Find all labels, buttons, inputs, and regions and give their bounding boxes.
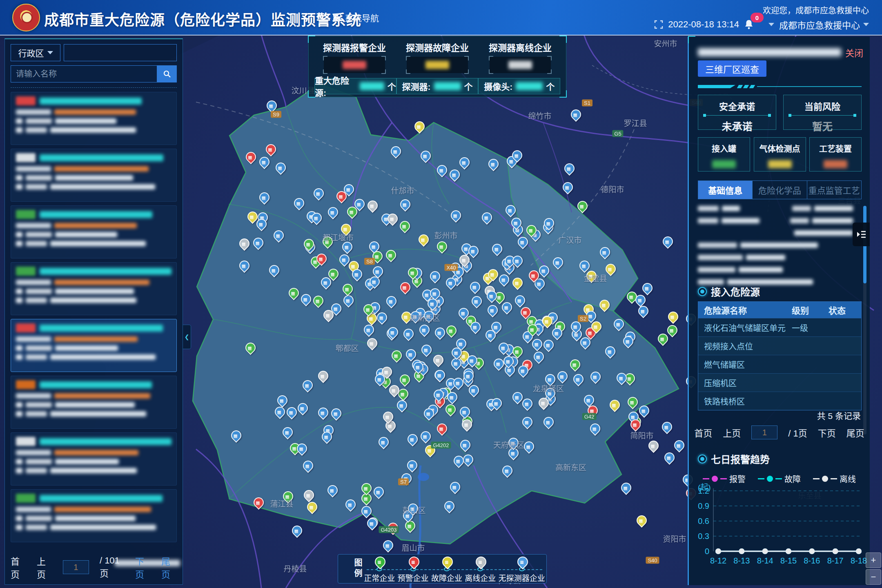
map-zoom-in-button[interactable]: +: [866, 552, 881, 568]
blurred-text: [54, 280, 149, 285]
map-place-label: 蒲江县: [270, 498, 293, 509]
sidebar-pagination: 首页 上页 / 101页 下页 尾页: [11, 554, 177, 580]
blurred-text: [40, 154, 163, 161]
pagination-last[interactable]: 尾页: [161, 554, 177, 580]
pagination-next[interactable]: 下页: [818, 426, 836, 439]
company-card[interactable]: [11, 262, 177, 315]
section-bullet-icon: [698, 287, 707, 296]
tab-重点监管工艺[interactable]: 重点监管工艺: [807, 181, 861, 199]
pagination-prev[interactable]: 上页: [37, 554, 52, 580]
search-button[interactable]: [157, 65, 177, 82]
map-place-label: 德阳市: [601, 183, 624, 194]
svg-text:0: 0: [705, 547, 709, 556]
pagination-total: / 101页: [100, 555, 125, 579]
region-filter-dropdown[interactable]: 行政区: [11, 44, 60, 61]
blurred-text: [16, 507, 51, 512]
road-shield-label: X40: [444, 264, 458, 271]
notification-bell[interactable]: 0: [744, 19, 764, 30]
blurred-text: [55, 289, 134, 294]
current-risk-box: 当前风险 暂无: [783, 95, 862, 130]
detail-tabs: 基础信息危险化学品重点监管工艺: [698, 180, 862, 199]
header-info-bar: 2022-08-18 13:14 0 成都市应急救援中心: [654, 18, 869, 31]
legend-label: 无探测器企业: [499, 572, 545, 583]
blurred-text: [698, 206, 719, 211]
blurred-text: [26, 345, 52, 351]
chart-y-unit: (起): [698, 481, 711, 492]
tab-危险化学品[interactable]: 危险化学品: [753, 181, 807, 199]
company-card[interactable]: [11, 205, 177, 258]
decorative-line: [698, 85, 862, 88]
company-card[interactable]: [11, 92, 177, 145]
company-pin-icon: ▦: [474, 555, 489, 570]
table-row[interactable]: 液化石油气储罐区单元一级: [698, 318, 861, 336]
page-number-input[interactable]: [63, 560, 89, 574]
blurred-text: [26, 184, 47, 189]
table-row[interactable]: 压缩机区: [698, 373, 861, 392]
page-number-input[interactable]: [751, 425, 777, 439]
map-place-label: 简阳市: [630, 430, 653, 441]
blurred-text: [40, 268, 172, 275]
company-card[interactable]: [11, 149, 177, 202]
blurred-text: [16, 184, 22, 189]
hazard-table: 危险源名称 级别 状态 液化石油气储罐区单元一级视频接入点位燃气储罐区压缩机区铁…: [698, 301, 862, 410]
svg-text:0.9: 0.9: [698, 501, 709, 510]
facility-stat-box: 工艺装置: [809, 137, 862, 172]
expand-panel-button[interactable]: [853, 223, 870, 246]
pagination-first[interactable]: 首页: [11, 554, 26, 580]
company-card[interactable]: [11, 376, 177, 429]
company-card[interactable]: [11, 319, 177, 372]
trend-section-header: 七日报警趋势: [698, 452, 770, 466]
legend-label: 故障企业: [431, 572, 462, 583]
system-nav-menu[interactable]: 系统导航: [333, 11, 379, 24]
table-row[interactable]: 铁路栈桥区: [698, 392, 861, 410]
blurred-text: [26, 289, 52, 294]
blurred-text: [26, 118, 52, 124]
map-zoom-control: + −: [866, 552, 881, 585]
table-row[interactable]: 视频接入点位: [698, 336, 861, 355]
status-badge: [16, 96, 36, 105]
blurred-text: [54, 336, 138, 342]
svg-text:8-18: 8-18: [851, 556, 867, 565]
3d-tour-button[interactable]: 三维厂区巡查: [698, 60, 766, 77]
org-dropdown[interactable]: 成都市应急救援中心: [779, 18, 869, 31]
table-row[interactable]: 燃气储罐区: [698, 355, 861, 373]
device-counter: 重大危险源:个: [314, 78, 396, 94]
blurred-text: [16, 280, 51, 285]
pagination-first[interactable]: 首页: [694, 426, 712, 439]
company-pin-icon: ▦: [515, 555, 530, 570]
blurred-text: [26, 411, 47, 416]
blurred-text: [16, 459, 22, 464]
pagination-last[interactable]: 尾页: [846, 426, 864, 439]
company-card[interactable]: [11, 489, 177, 542]
blurred-text: [16, 241, 22, 246]
status-badge: [16, 267, 36, 276]
company-card[interactable]: [11, 432, 177, 486]
blurred-text: [16, 402, 22, 408]
map-place-label: 什邡市: [391, 185, 414, 196]
road-shield-label: S8: [364, 258, 375, 265]
road-shield-label: S40: [646, 557, 659, 564]
hazard-section-title: 接入危险源: [711, 284, 760, 298]
blurred-text: [792, 206, 811, 211]
detector-stat-label: 探测器故障企业: [397, 40, 477, 53]
system-nav-label: 系统导航: [345, 11, 379, 24]
blurred-text: [16, 232, 22, 237]
search-input[interactable]: [11, 65, 157, 82]
pagination-prev[interactable]: 上页: [723, 426, 741, 439]
app-header: 成都市重大危险源（危险化学品）监测预警系统 系统导航 欢迎您，成都市应急救援中心…: [0, 0, 882, 36]
blurred-text: [26, 525, 47, 530]
close-button[interactable]: 关闭: [845, 46, 863, 59]
map-zoom-out-button[interactable]: −: [866, 569, 881, 585]
map-place-label: 资阳市: [663, 533, 686, 544]
region-filter-input[interactable]: [64, 44, 177, 61]
blurred-text: [16, 336, 51, 342]
section-bullet-icon: [698, 454, 707, 463]
tab-基础信息[interactable]: 基础信息: [698, 181, 753, 199]
map-place-label: 高新西区: [409, 312, 440, 323]
fullscreen-icon[interactable]: [654, 20, 663, 29]
detector-stat-value: [490, 57, 551, 73]
detector-stat-value: [324, 57, 385, 73]
pagination-next[interactable]: 下页: [135, 554, 151, 580]
sidebar-collapse-handle[interactable]: ❮: [183, 325, 191, 349]
blurred-text: [50, 241, 146, 246]
